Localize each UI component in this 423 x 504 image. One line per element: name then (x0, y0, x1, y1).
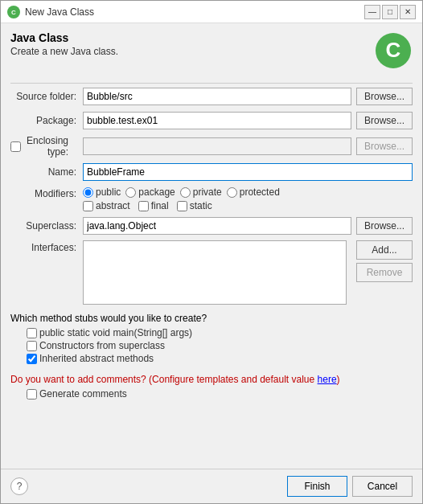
stub-main-text: public static void main(String[] args) (39, 327, 192, 338)
modifier-public-radio[interactable] (83, 187, 93, 198)
name-controls (83, 163, 413, 181)
modifier-package-radio[interactable] (125, 187, 136, 198)
comments-section: Do you want to add comments? (Configure … (10, 374, 413, 400)
stub-inherited-checkbox[interactable] (27, 354, 37, 364)
interfaces-controls: Add... Remove (83, 240, 413, 305)
svg-text:C: C (11, 9, 16, 16)
source-folder-controls: Browse... (83, 88, 413, 105)
header-text: Java Class Create a new Java class. (10, 31, 374, 57)
superclass-controls: Browse... (83, 217, 413, 235)
dialog-window: C New Java Class — □ ✕ Java Class Create… (0, 0, 423, 504)
comments-here-link[interactable]: here (318, 374, 337, 385)
package-controls: Browse... (83, 112, 413, 129)
header-subtitle: Create a new Java class. (10, 46, 374, 57)
enclosing-type-row: Enclosing type: Browse... (10, 135, 413, 158)
maximize-button[interactable]: □ (382, 5, 398, 19)
superclass-browse-button[interactable]: Browse... (356, 217, 413, 235)
modifier-final-label[interactable]: final (138, 200, 169, 211)
title-bar-controls: — □ ✕ (364, 5, 416, 19)
package-label: Package: (10, 115, 83, 126)
stub-main-label[interactable]: public static void main(String[] args) (27, 327, 405, 338)
stubs-title: Which method stubs would you like to cre… (10, 313, 413, 324)
title-bar-text: New Java Class (25, 6, 364, 18)
cancel-button[interactable]: Cancel (352, 476, 413, 497)
name-input[interactable] (83, 163, 413, 181)
source-folder-label: Source folder: (10, 91, 83, 102)
generate-comments-text: Generate comments (39, 388, 127, 400)
modifier-abstract-label[interactable]: abstract (83, 200, 130, 211)
header-title: Java Class (10, 31, 374, 44)
form-section: Source folder: Browse... Package: Browse… (10, 87, 413, 461)
stub-inherited-label[interactable]: Inherited abstract methods (27, 353, 405, 364)
header-divider (10, 83, 413, 84)
source-folder-input[interactable] (83, 88, 351, 105)
help-button[interactable]: ? (10, 477, 28, 495)
interfaces-label: Interfaces: (10, 240, 83, 253)
name-label: Name: (10, 166, 83, 178)
modifier-final-text: final (151, 200, 169, 211)
modifier-static-checkbox[interactable] (177, 201, 187, 211)
modifier-abstract-text: abstract (96, 200, 130, 211)
svg-text:C: C (386, 38, 401, 62)
superclass-input[interactable] (83, 217, 351, 235)
close-button[interactable]: ✕ (400, 5, 416, 19)
package-input[interactable] (83, 112, 351, 129)
modifier-protected-text: protected (240, 186, 280, 198)
enclosing-type-label-text: Enclosing type: (23, 135, 68, 158)
enclosing-type-label-area: Enclosing type: (10, 135, 83, 158)
comments-question: Do you want to add comments? (Configure … (10, 374, 413, 385)
dialog-content: Java Class Create a new Java class. C So… (1, 23, 422, 469)
enclosing-type-input[interactable] (83, 137, 351, 155)
stubs-options: public static void main(String[] args) C… (10, 327, 413, 364)
window-icon: C (7, 6, 20, 18)
stub-constructors-checkbox[interactable] (27, 341, 37, 351)
modifiers-label: Modifiers: (10, 186, 83, 199)
dialog-footer: ? Finish Cancel (1, 469, 422, 503)
modifiers-radio-group: public package private protected (83, 186, 280, 198)
modifier-abstract-checkbox[interactable] (83, 201, 93, 211)
enclosing-type-checkbox-label[interactable]: Enclosing type: (10, 135, 68, 158)
modifier-static-label[interactable]: static (177, 200, 212, 211)
generate-comments-label[interactable]: Generate comments (10, 388, 405, 400)
enclosing-type-controls: Browse... (83, 137, 413, 155)
finish-button[interactable]: Finish (287, 476, 347, 497)
stub-constructors-label[interactable]: Constructors from superclass (27, 340, 405, 351)
comments-question-end: ) (337, 374, 340, 385)
modifier-private-label[interactable]: private (180, 186, 222, 198)
interfaces-buttons: Add... Remove (356, 240, 413, 282)
modifier-package-label[interactable]: package (125, 186, 175, 198)
comments-question-text: Do you want to add comments? (Configure … (10, 374, 318, 385)
modifier-package-text: package (138, 186, 175, 198)
stubs-section: Which method stubs would you like to cre… (10, 313, 413, 364)
modifier-protected-label[interactable]: protected (227, 186, 280, 198)
interfaces-add-button[interactable]: Add... (356, 240, 413, 260)
interfaces-textarea[interactable] (83, 240, 347, 305)
header-section: Java Class Create a new Java class. C (10, 31, 413, 70)
minimize-button[interactable]: — (364, 5, 380, 19)
modifiers-row: Modifiers: public package pr (10, 186, 413, 211)
enclosing-type-browse-button[interactable]: Browse... (356, 137, 413, 155)
modifier-public-text: public (96, 186, 121, 198)
stub-main-checkbox[interactable] (27, 328, 37, 338)
modifier-public-label[interactable]: public (83, 186, 121, 198)
modifier-final-checkbox[interactable] (138, 201, 149, 211)
modifier-private-radio[interactable] (180, 187, 191, 198)
source-folder-browse-button[interactable]: Browse... (356, 88, 413, 105)
interfaces-row: Interfaces: Add... Remove (10, 240, 413, 305)
title-bar: C New Java Class — □ ✕ (1, 1, 422, 23)
package-browse-button[interactable]: Browse... (356, 112, 413, 129)
generate-comments-checkbox[interactable] (27, 389, 37, 400)
modifier-private-text: private (193, 186, 222, 198)
source-folder-row: Source folder: Browse... (10, 87, 413, 106)
superclass-label: Superclass: (10, 220, 83, 232)
header-logo: C (374, 31, 413, 70)
stub-inherited-text: Inherited abstract methods (39, 353, 154, 364)
enclosing-type-checkbox[interactable] (10, 141, 21, 152)
superclass-row: Superclass: Browse... (10, 216, 413, 236)
stub-constructors-text: Constructors from superclass (39, 340, 165, 351)
modifier-static-text: static (190, 200, 212, 211)
modifier-protected-radio[interactable] (227, 187, 237, 198)
interfaces-remove-button[interactable]: Remove (356, 263, 413, 282)
package-row: Package: Browse... (10, 111, 413, 130)
modifiers-checkbox-row: abstract final static (83, 200, 220, 211)
